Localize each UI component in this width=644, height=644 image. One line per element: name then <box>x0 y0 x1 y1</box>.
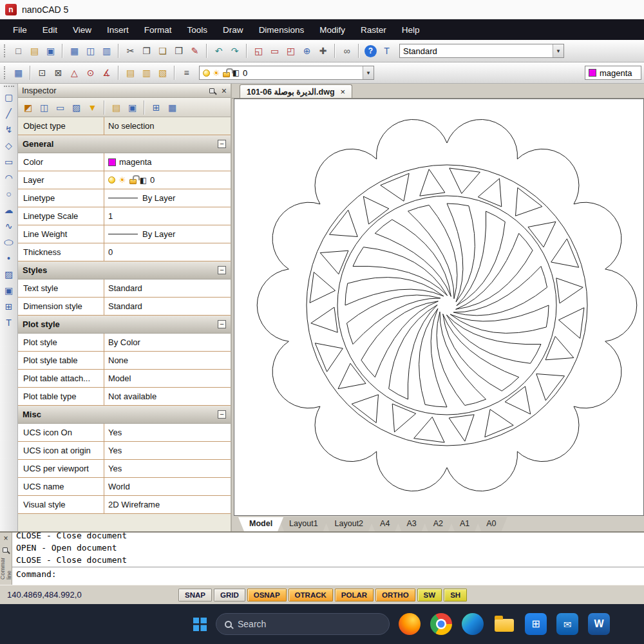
menu-modify[interactable]: Modify <box>312 21 353 39</box>
property-value[interactable]: Yes <box>104 460 231 477</box>
ellipse-icon[interactable]: ◯ <box>2 235 16 249</box>
open-document-icon[interactable]: ▤ <box>27 44 42 59</box>
batch-plot-icon[interactable]: ▥ <box>99 44 114 59</box>
paste-from-clipboard-icon[interactable]: ❏ <box>155 44 170 59</box>
region-icon[interactable]: ▣ <box>2 283 16 298</box>
layers-dialog-icon[interactable]: ▤ <box>123 66 138 80</box>
layout-tab-a4[interactable]: A4 <box>369 517 401 531</box>
menu-file[interactable]: File <box>5 21 35 39</box>
collapse-icon[interactable]: − <box>218 266 226 274</box>
save-document-icon[interactable]: ▣ <box>43 44 58 59</box>
point-icon[interactable]: • <box>2 251 16 265</box>
layer-states-icon[interactable]: ▥ <box>139 66 154 80</box>
property-value[interactable]: Standard <box>104 279 231 297</box>
grid-settings-icon[interactable]: ▦ <box>165 100 180 115</box>
menu-insert[interactable]: Insert <box>99 21 137 39</box>
property-value[interactable]: By Layer <box>104 189 231 207</box>
layout-tab-a2[interactable]: A2 <box>422 517 454 531</box>
snap-to-center-icon[interactable]: ⊙ <box>83 66 98 80</box>
layer-walk-icon[interactable]: ▧ <box>155 66 170 80</box>
plot-icon[interactable]: ▦ <box>67 44 82 59</box>
status-toggle-sw[interactable]: SW <box>417 589 442 601</box>
dropdown-arrow-icon[interactable]: ▼ <box>363 66 374 79</box>
help-icon[interactable]: ? <box>365 45 377 57</box>
taskbar-search[interactable]: Search <box>216 613 390 635</box>
property-value[interactable]: Not available <box>104 388 231 405</box>
menu-format[interactable]: Format <box>137 21 180 39</box>
restore-selection-icon[interactable]: ◩ <box>21 100 35 115</box>
select-crossing-icon[interactable]: ⊠ <box>51 66 66 80</box>
close-icon[interactable]: × <box>3 535 8 542</box>
property-value[interactable]: Model <box>104 370 231 387</box>
chrome-icon[interactable] <box>430 613 452 635</box>
property-value[interactable]: 0 <box>104 243 231 261</box>
table-icon[interactable]: ⊞ <box>2 299 16 314</box>
outlook-icon[interactable]: ✉ <box>556 613 578 635</box>
model-canvas[interactable] <box>234 99 644 516</box>
select-by-type-icon[interactable]: ◫ <box>37 100 52 115</box>
copy-with-base-point-icon[interactable]: ❒ <box>171 44 186 59</box>
property-value[interactable]: Standard <box>104 298 231 315</box>
highlight-selection-icon[interactable]: ▨ <box>69 100 84 115</box>
toolbar-grip[interactable] <box>4 44 8 57</box>
property-value[interactable]: 1 <box>104 207 231 225</box>
pin-icon[interactable] <box>209 87 216 95</box>
redo-icon[interactable]: ↷ <box>227 44 242 59</box>
hyperlink-icon[interactable]: ∞ <box>339 44 354 59</box>
status-toggle-otrack[interactable]: OTRACK <box>289 589 333 601</box>
menu-help[interactable]: Help <box>394 21 428 39</box>
status-toggle-ortho[interactable]: ORTHO <box>375 589 415 601</box>
new-document-icon[interactable]: □ <box>11 44 26 59</box>
quick-select-icon[interactable]: ▼ <box>85 100 100 115</box>
menu-raster[interactable]: Raster <box>353 21 394 39</box>
menu-dimensions[interactable]: Dimensions <box>251 21 312 39</box>
save-selection-icon[interactable]: ▣ <box>125 100 140 115</box>
erase-icon[interactable]: ◱ <box>251 44 266 59</box>
property-value[interactable]: Yes <box>104 442 231 459</box>
status-toggle-polar[interactable]: POLAR <box>335 589 374 601</box>
toolbar-grip[interactable] <box>4 66 8 79</box>
rectangle-icon[interactable]: ▭ <box>2 155 16 169</box>
arc-icon[interactable]: ◠ <box>2 171 16 185</box>
command-prompt[interactable]: Command: <box>16 569 640 580</box>
collapse-icon[interactable]: − <box>218 320 226 328</box>
property-value[interactable]: None <box>104 352 231 369</box>
layer-combobox[interactable]: ☀◧ 0 ▼ <box>199 66 374 80</box>
cut-to-clipboard-icon[interactable]: ✂ <box>123 44 138 59</box>
status-toggle-grid[interactable]: GRID <box>214 589 245 601</box>
layout-tab-a1[interactable]: A1 <box>449 517 480 531</box>
menu-view[interactable]: View <box>65 21 99 39</box>
object-snap-settings-icon[interactable]: ▦ <box>11 66 26 80</box>
undo-icon[interactable]: ↶ <box>211 44 226 59</box>
section-header-styles[interactable]: Styles− <box>18 261 231 279</box>
word-icon[interactable]: W <box>588 613 610 635</box>
snap-to-midpoint-icon[interactable]: △ <box>67 66 82 80</box>
revision-cloud-icon[interactable]: ☁ <box>2 203 16 217</box>
pan-icon[interactable]: ✚ <box>316 44 330 59</box>
property-value[interactable]: Yes <box>104 424 231 441</box>
select-window-icon[interactable]: ⊡ <box>35 66 50 80</box>
property-value[interactable]: ☀◧0 <box>104 171 231 189</box>
property-value[interactable]: World <box>104 478 231 495</box>
store-icon[interactable]: ⊞ <box>525 613 547 635</box>
pin-icon[interactable] <box>2 546 10 554</box>
polyline-icon[interactable]: ↯ <box>2 122 16 137</box>
section-header-plot-style[interactable]: Plot style− <box>18 316 231 334</box>
select-icon[interactable]: ▢ <box>2 90 16 104</box>
layout-tab-model[interactable]: Model <box>238 517 283 531</box>
layout-tab-a0[interactable]: A0 <box>475 517 507 531</box>
select-window-icon[interactable]: ▭ <box>53 100 68 115</box>
text-style-combobox[interactable]: Standard ▼ <box>399 44 564 58</box>
property-value[interactable]: By Color <box>104 334 231 351</box>
text-style-icon[interactable]: T <box>379 44 394 59</box>
format-painter-icon[interactable]: ✎ <box>187 44 202 59</box>
zoom-dynamic-icon[interactable]: ◰ <box>283 44 298 59</box>
toolbar-grip[interactable] <box>4 86 14 87</box>
layout-tab-layout2[interactable]: Layout2 <box>324 517 374 531</box>
document-tab[interactable]: 101-06 الديرة بوصلة.dwg × <box>240 84 352 98</box>
table-view-icon[interactable]: ⊞ <box>149 100 164 115</box>
zoom-window-icon[interactable]: ▭ <box>267 44 282 59</box>
menu-draw[interactable]: Draw <box>215 21 251 39</box>
zoom-in-icon[interactable]: ⊕ <box>299 44 314 59</box>
print-preview-icon[interactable]: ◫ <box>83 44 98 59</box>
